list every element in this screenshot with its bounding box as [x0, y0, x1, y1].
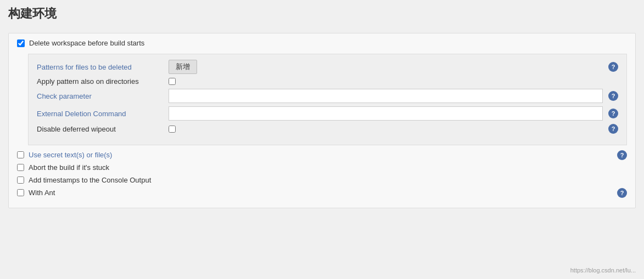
section-panel: Delete workspace before build starts Pat…	[8, 33, 636, 208]
patterns-row-inner: Patterns for files to be deleted 新增 ?	[37, 60, 618, 74]
external-deletion-label: External Deletion Command	[37, 110, 169, 118]
external-deletion-help-icon[interactable]: ?	[608, 109, 618, 118]
patterns-label: Patterns for files to be deleted	[37, 63, 169, 71]
page-title: 构建环境	[8, 5, 636, 26]
delete-workspace-label: Delete workspace before build starts	[29, 39, 144, 47]
apply-pattern-row-content: Apply pattern also on directories	[37, 77, 618, 86]
disable-deferred-row-inner: Disable deferred wipeout ?	[37, 124, 618, 134]
abort-build-label: Abort the build if it's stuck	[29, 163, 109, 172]
abort-build-row: Abort the build if it's stuck	[17, 163, 627, 172]
check-parameter-help-icon[interactable]: ?	[608, 91, 618, 101]
page-container: 构建环境 Delete workspace before build start…	[0, 0, 644, 214]
abort-build-checkbox[interactable]	[17, 164, 24, 171]
with-ant-row: With Ant ?	[17, 189, 627, 197]
use-secret-checkbox[interactable]	[17, 151, 24, 158]
delete-workspace-row: Delete workspace before build starts	[17, 39, 627, 47]
use-secret-help-icon[interactable]: ?	[617, 150, 627, 160]
indented-section: Patterns for files to be deleted 新增 ? Ap…	[28, 54, 627, 145]
apply-pattern-label: Apply pattern also on directories	[37, 77, 169, 86]
delete-workspace-checkbox[interactable]	[17, 39, 25, 47]
use-secret-row: Use secret text(s) or file(s) ?	[17, 151, 627, 159]
apply-pattern-checkbox[interactable]	[169, 78, 176, 85]
check-parameter-label: Check parameter	[37, 92, 169, 100]
with-ant-label: With Ant	[29, 189, 55, 197]
external-deletion-input[interactable]	[169, 106, 603, 121]
check-parameter-row-inner: Check parameter ?	[37, 89, 618, 103]
check-parameter-row-content: Check parameter	[37, 89, 603, 103]
watermark: https://blog.csdn.net/lu...	[570, 267, 636, 274]
patterns-row: Patterns for files to be deleted 新增 ?	[37, 60, 618, 74]
add-timestamps-label: Add timestamps to the Console Output	[29, 176, 151, 184]
add-timestamps-row: Add timestamps to the Console Output	[17, 176, 627, 184]
disable-deferred-row: Disable deferred wipeout ?	[37, 124, 618, 134]
disable-deferred-row-content: Disable deferred wipeout	[37, 125, 603, 133]
add-button[interactable]: 新增	[169, 60, 197, 74]
with-ant-help-icon[interactable]: ?	[617, 188, 627, 198]
external-deletion-row-content: External Deletion Command	[37, 106, 603, 121]
patterns-help-icon[interactable]: ?	[608, 62, 618, 72]
disable-deferred-help-icon[interactable]: ?	[608, 124, 618, 134]
patterns-row-content: Patterns for files to be deleted 新增	[37, 60, 603, 74]
use-secret-label: Use secret text(s) or file(s)	[29, 151, 112, 159]
check-parameter-input[interactable]	[169, 89, 603, 103]
external-deletion-row-inner: External Deletion Command ?	[37, 106, 618, 121]
check-parameter-row: Check parameter ?	[37, 89, 618, 103]
apply-pattern-row-inner: Apply pattern also on directories	[37, 77, 618, 86]
external-deletion-row: External Deletion Command ?	[37, 106, 618, 121]
add-timestamps-checkbox[interactable]	[17, 176, 24, 184]
with-ant-checkbox[interactable]	[17, 189, 24, 196]
disable-deferred-checkbox[interactable]	[169, 126, 176, 133]
apply-pattern-row: Apply pattern also on directories	[37, 77, 618, 86]
disable-deferred-label: Disable deferred wipeout	[37, 125, 169, 133]
